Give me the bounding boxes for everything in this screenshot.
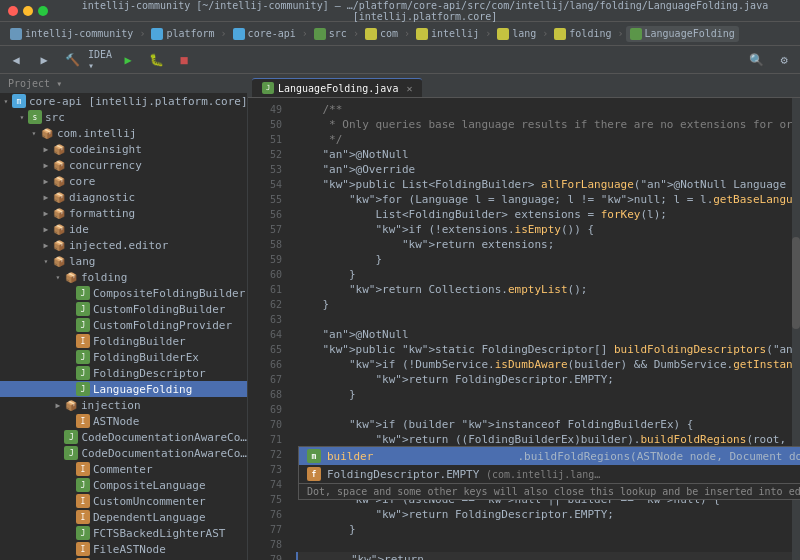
code-line-61: "kw">return Collections.emptyList();	[296, 282, 792, 297]
sidebar-item-15[interactable]: IFoldingBuilder	[0, 333, 247, 349]
tree-label-9: injected.editor	[69, 239, 168, 252]
src-icon	[314, 28, 326, 40]
tree-arrow-17	[64, 367, 76, 379]
tree-arrow-6: ▶	[40, 191, 52, 203]
autocomplete-text-1: FoldingDescriptor.EMPTY (com.intellij.la…	[327, 468, 800, 481]
sidebar-item-13[interactable]: JCustomFoldingBuilder	[0, 301, 247, 317]
nav-sep-6: ›	[485, 28, 491, 39]
sidebar-item-19[interactable]: ▶📦injection	[0, 397, 247, 413]
settings-button[interactable]: ⚙	[774, 50, 794, 70]
stop-button[interactable]: ■	[174, 50, 194, 70]
tree-icon-20: I	[76, 414, 90, 428]
tree-icon-28: I	[76, 542, 90, 556]
sidebar-item-1[interactable]: ▾ssrc	[0, 109, 247, 125]
sidebar-item-3[interactable]: ▶📦codeinsight	[0, 141, 247, 157]
sidebar-item-26[interactable]: IDependentLanguage	[0, 509, 247, 525]
sidebar-item-4[interactable]: ▶📦concurrency	[0, 157, 247, 173]
line-number-78: 78	[248, 537, 282, 552]
nav-label-src: src	[329, 28, 347, 39]
tree-arrow-27	[64, 527, 76, 539]
tree-icon-22: J	[64, 446, 78, 460]
nav-languagefolding[interactable]: LanguageFolding	[626, 26, 739, 42]
minimize-button[interactable]	[23, 6, 33, 16]
debug-button[interactable]: 🐛	[146, 50, 166, 70]
sidebar-item-18[interactable]: JLanguageFolding	[0, 381, 247, 397]
tree-icon-27: J	[76, 526, 90, 540]
code-line-60: }	[296, 267, 792, 282]
autocomplete-popup[interactable]: m builder.buildFoldRegions(ASTNode node,…	[298, 446, 800, 500]
nav-src[interactable]: src	[310, 26, 351, 42]
titlebar: intellij-community [~/intellij-community…	[0, 0, 800, 22]
autocomplete-item-1[interactable]: f FoldingDescriptor.EMPTY (com.intellij.…	[299, 465, 800, 483]
java-tab-icon: J	[262, 82, 274, 94]
sidebar-item-23[interactable]: ICommenter	[0, 461, 247, 477]
line-number-64: 64	[248, 327, 282, 342]
sidebar-item-12[interactable]: JCompositeFoldingBuilder	[0, 285, 247, 301]
nav-folding[interactable]: folding	[550, 26, 615, 42]
sidebar-item-8[interactable]: ▶📦ide	[0, 221, 247, 237]
pkg-icon	[365, 28, 377, 40]
sidebar-item-24[interactable]: JCompositeLanguage	[0, 477, 247, 493]
sidebar-item-10[interactable]: ▾📦lang	[0, 253, 247, 269]
sidebar-item-16[interactable]: JFoldingBuilderEx	[0, 349, 247, 365]
sidebar-item-9[interactable]: ▶📦injected.editor	[0, 237, 247, 253]
line-number-52: 52	[248, 147, 282, 162]
close-button[interactable]	[8, 6, 18, 16]
line-number-76: 76	[248, 507, 282, 522]
sidebar-item-7[interactable]: ▶📦formatting	[0, 205, 247, 221]
line-number-74: 74	[248, 477, 282, 492]
tree-icon-1: s	[28, 110, 42, 124]
tree-label-8: ide	[69, 223, 89, 236]
maximize-button[interactable]	[38, 6, 48, 16]
tree-label-4: concurrency	[69, 159, 142, 172]
forward-button[interactable]: ▶	[34, 50, 54, 70]
sidebar-header[interactable]: Project ▾	[0, 74, 247, 93]
scroll-thumb[interactable]	[792, 237, 800, 329]
code-line-54: "kw">public List<FoldingBuilder> allForL…	[296, 177, 792, 192]
nav-sep-4: ›	[353, 28, 359, 39]
nav-lang[interactable]: lang	[493, 26, 540, 42]
search-button[interactable]: 🔍	[746, 50, 766, 70]
nav-com[interactable]: com	[361, 26, 402, 42]
line-number-49: 49	[248, 102, 282, 117]
nav-intellij[interactable]: intellij	[412, 26, 483, 42]
sidebar-item-2[interactable]: ▾📦com.intellij	[0, 125, 247, 141]
sidebar-item-17[interactable]: JFoldingDescriptor	[0, 365, 247, 381]
sidebar-item-5[interactable]: ▶📦core	[0, 173, 247, 189]
code-line-65: "kw">public "kw">static FoldingDescripto…	[296, 342, 792, 357]
run-config-select[interactable]: IDEA ▾	[90, 50, 110, 70]
nav-platform[interactable]: platform	[147, 26, 218, 42]
project-icon	[10, 28, 22, 40]
autocomplete-item-0[interactable]: m builder.buildFoldRegions(ASTNode node,…	[299, 447, 800, 465]
sidebar-item-0[interactable]: ▾mcore-api [intellij.platform.core]	[0, 93, 247, 109]
sidebar-item-22[interactable]: JCodeDocumentationAwareCo…	[0, 445, 247, 461]
nav-core-api[interactable]: core-api	[229, 26, 300, 42]
line-number-60: 60	[248, 267, 282, 282]
sidebar-item-6[interactable]: ▶📦diagnostic	[0, 189, 247, 205]
sidebar-item-27[interactable]: JFCTSBackedLighterAST	[0, 525, 247, 541]
tree-arrow-22	[52, 447, 64, 459]
tab-close-icon[interactable]: ✕	[406, 83, 412, 94]
code-area: 4950515253545556575859606162636465666768…	[248, 98, 800, 560]
sidebar-item-21[interactable]: JCodeDocumentationAwareCo…	[0, 429, 247, 445]
sidebar-item-20[interactable]: IASTNode	[0, 413, 247, 429]
build-button[interactable]: 🔨	[62, 50, 82, 70]
editor-tab-languagefolding[interactable]: J LanguageFolding.java ✕	[252, 78, 422, 97]
tree-label-21: CodeDocumentationAwareCo…	[81, 431, 247, 444]
tree-icon-24: J	[76, 478, 90, 492]
tree-label-0: core-api [intellij.platform.core]	[29, 95, 248, 108]
sidebar-item-11[interactable]: ▾📦folding	[0, 269, 247, 285]
module-icon-2	[233, 28, 245, 40]
line-number-58: 58	[248, 237, 282, 252]
run-button[interactable]: ▶	[118, 50, 138, 70]
sidebar-item-14[interactable]: JCustomFoldingProvider	[0, 317, 247, 333]
nav-intellij-community[interactable]: intellij-community	[6, 26, 137, 42]
main-area: Project ▾ ▾mcore-api [intellij.platform.…	[0, 74, 800, 560]
sidebar-item-25[interactable]: ICustomUncommenter	[0, 493, 247, 509]
line-number-59: 59	[248, 252, 282, 267]
back-button[interactable]: ◀	[6, 50, 26, 70]
tree-arrow-19: ▶	[52, 399, 64, 411]
tree-icon-10: 📦	[52, 254, 66, 268]
window-title: intellij-community [~/intellij-community…	[58, 0, 792, 22]
sidebar-item-28[interactable]: IFileASTNode	[0, 541, 247, 557]
